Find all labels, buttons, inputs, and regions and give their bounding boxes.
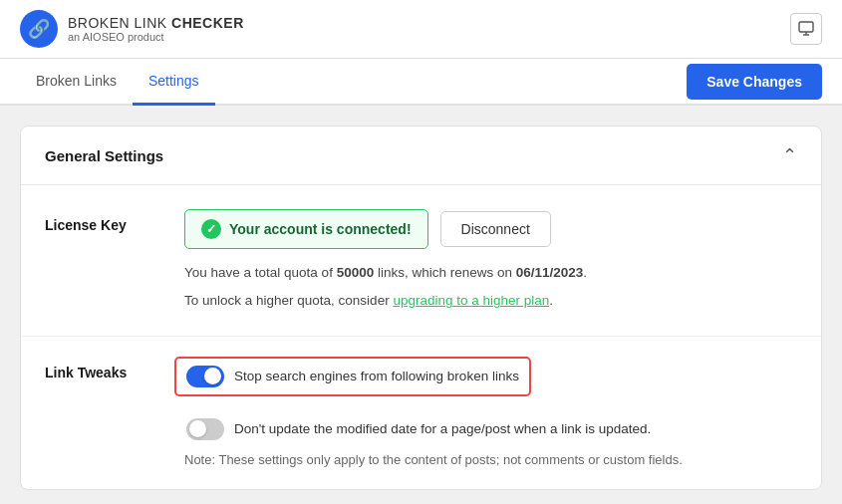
main-content: General Settings ⌃ License Key ✓ Your ac… <box>0 106 842 504</box>
connected-badge: ✓ Your account is connected! <box>184 209 428 249</box>
toggle-option2-label: Don't update the modified date for a pag… <box>234 421 651 436</box>
svg-text:🔗: 🔗 <box>28 18 51 40</box>
toggle-switch-1[interactable] <box>186 366 224 387</box>
license-key-content: ✓ Your account is connected! Disconnect … <box>184 209 797 312</box>
logo-icon: 🔗 <box>20 10 58 48</box>
toggle-knob-1 <box>204 368 221 384</box>
license-key-label: License Key <box>45 209 184 233</box>
toggle-option1: Stop search engines from following broke… <box>174 357 531 396</box>
license-key-row: License Key ✓ Your account is connected!… <box>21 185 821 337</box>
logo-title: BROKEN LINK CHECKER <box>68 15 244 31</box>
nav-tabs: Broken Links Settings Save Changes <box>0 59 842 106</box>
upgrade-link[interactable]: upgrading to a higher plan <box>393 293 549 308</box>
link-tweaks-content: Stop search engines from following broke… <box>184 357 797 470</box>
upgrade-post: . <box>549 293 553 308</box>
svg-rect-2 <box>799 22 813 32</box>
upgrade-text: To unlock a higher quota, consider upgra… <box>184 291 797 311</box>
check-circle-icon: ✓ <box>201 219 221 239</box>
toggle-option1-wrapper: Stop search engines from following broke… <box>184 357 797 406</box>
logo-title-regular: BROKEN LINK <box>68 15 171 31</box>
toggle-knob-2 <box>189 420 206 437</box>
connected-text: Your account is connected! <box>229 221 412 237</box>
tweaks-note: Note: These settings only apply to the c… <box>184 450 797 470</box>
card-header: General Settings ⌃ <box>21 126 821 185</box>
logo-subtitle: an AIOSEO product <box>68 31 244 43</box>
tab-settings[interactable]: Settings <box>133 59 215 106</box>
card-title: General Settings <box>45 147 163 164</box>
quota-number: 50000 <box>337 265 375 280</box>
quota-date: 06/11/2023 <box>516 265 584 280</box>
save-changes-button[interactable]: Save Changes <box>687 64 822 100</box>
disconnect-button[interactable]: Disconnect <box>440 211 551 247</box>
general-settings-card: General Settings ⌃ License Key ✓ Your ac… <box>20 126 822 490</box>
toggle-option1-label: Stop search engines from following broke… <box>234 369 519 383</box>
link-tweaks-row: Link Tweaks Stop search engines from fol… <box>21 337 821 490</box>
logo-text: BROKEN LINK CHECKER an AIOSEO product <box>68 15 244 43</box>
quota-text: You have a total quota of 50000 links, w… <box>184 263 797 283</box>
logo-title-bold: CHECKER <box>171 15 244 31</box>
chevron-up-icon[interactable]: ⌃ <box>782 144 797 166</box>
tabs-container: Broken Links Settings <box>20 59 215 104</box>
toggle-switch-2[interactable] <box>186 418 224 440</box>
monitor-icon-button[interactable] <box>790 13 822 45</box>
quota-mid: links, which renews on <box>374 265 516 280</box>
quota-period: . <box>583 265 587 280</box>
top-bar: 🔗 BROKEN LINK CHECKER an AIOSEO product <box>0 0 842 59</box>
toggle-option2: Don't update the modified date for a pag… <box>186 418 797 440</box>
quota-pre: You have a total quota of <box>184 265 337 280</box>
tab-broken-links[interactable]: Broken Links <box>20 59 133 106</box>
logo-area: 🔗 BROKEN LINK CHECKER an AIOSEO product <box>20 10 244 48</box>
link-tweaks-label: Link Tweaks <box>45 357 184 380</box>
upgrade-pre: To unlock a higher quota, consider <box>184 293 393 308</box>
monitor-icon <box>798 21 814 37</box>
connection-status-row: ✓ Your account is connected! Disconnect <box>184 209 797 249</box>
